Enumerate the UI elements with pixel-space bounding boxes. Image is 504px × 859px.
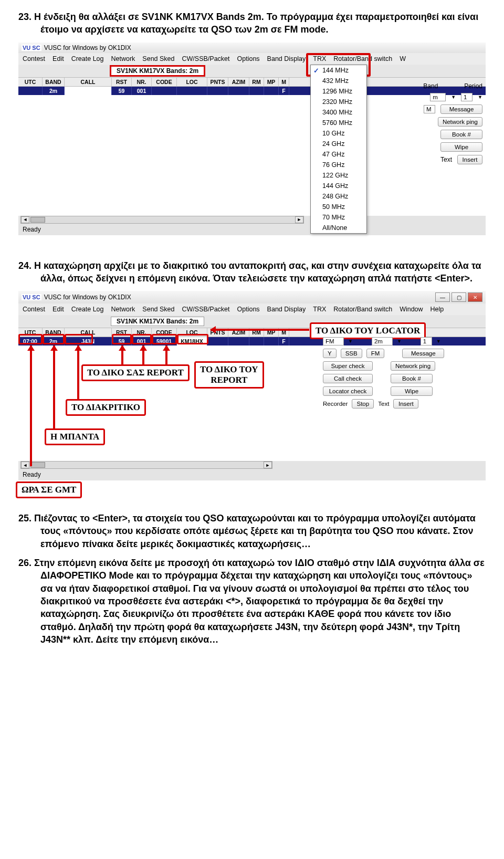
btn-locator-check[interactable]: Locator check: [323, 386, 373, 396]
btn-stop[interactable]: Stop: [352, 399, 374, 408]
scroll-left-icon[interactable]: ◄: [21, 462, 29, 468]
btn-network-ping[interactable]: Network ping: [391, 361, 435, 371]
cell-rst[interactable]: 59: [112, 87, 132, 95]
chevron-down-icon[interactable]: ▼: [436, 339, 441, 344]
dd-144mhz[interactable]: 144 MHz: [311, 65, 366, 76]
dd-3400mhz[interactable]: 3400 MHz: [311, 107, 366, 118]
dd-47ghz[interactable]: 47 GHz: [311, 149, 366, 160]
dd-122ghz[interactable]: 122 GHz: [311, 170, 366, 181]
sel-2m[interactable]: 2m: [372, 337, 393, 345]
menu-network[interactable]: Network: [111, 55, 135, 62]
bands-badge: SV1NK KM17VX Bands: 2m: [111, 317, 204, 326]
menu-window[interactable]: Window: [400, 306, 423, 313]
dd-70mhz[interactable]: 70 MHz: [311, 212, 366, 223]
cell-call[interactable]: J43N: [65, 337, 112, 345]
menu-trx[interactable]: TRX: [313, 306, 326, 313]
btn-insert[interactable]: Insert: [393, 399, 418, 408]
menu-cut[interactable]: W: [400, 55, 406, 62]
cell-utc[interactable]: 07:00: [18, 337, 43, 345]
menu-edit[interactable]: Edit: [52, 306, 64, 313]
arrow-my-report-2: [142, 345, 144, 364]
menu-band-display[interactable]: Band Display: [267, 55, 306, 62]
btn-book[interactable]: Book #: [440, 130, 482, 139]
cell-nr[interactable]: 001: [132, 87, 152, 95]
btn-wipe[interactable]: Wipe: [440, 142, 482, 152]
chevron-down-icon[interactable]: ▼: [478, 95, 482, 100]
menu-help[interactable]: Help: [430, 306, 444, 313]
cell-code[interactable]: [152, 87, 177, 95]
sel-m[interactable]: m: [430, 93, 446, 101]
paragraph-23: 23. Η ένδειξη θα αλλάξει σε SV1NK KM17VX…: [18, 11, 486, 36]
col-call: CALL: [65, 328, 112, 337]
sel-fm[interactable]: FM: [323, 337, 344, 345]
chevron-down-icon[interactable]: ▼: [451, 95, 456, 100]
btn-super-check[interactable]: Super check: [323, 361, 373, 371]
menu-send-sked[interactable]: Send Sked: [142, 55, 174, 62]
dd-5760mhz[interactable]: 5760 MHz: [311, 118, 366, 128]
cell-band[interactable]: 2m: [43, 87, 65, 95]
btn-ssb[interactable]: SSB: [341, 349, 362, 358]
btn-message[interactable]: Message: [402, 349, 444, 358]
cell-nr[interactable]: 001: [132, 337, 152, 345]
maximize-icon[interactable]: ▢: [452, 292, 466, 302]
dd-50mhz[interactable]: 50 MHz: [311, 202, 366, 212]
dd-248ghz[interactable]: 248 GHz: [311, 191, 366, 202]
chevron-down-icon[interactable]: ▼: [397, 339, 402, 344]
lbl-recorder: Recorder: [323, 401, 348, 407]
menu-band-display[interactable]: Band Display: [267, 306, 306, 313]
menu-rotator[interactable]: Rotator/Band switch: [333, 55, 392, 62]
menu-rotator[interactable]: Rotator/Band switch: [333, 306, 392, 313]
menu-send-sked[interactable]: Send Sked: [142, 306, 174, 313]
dd-432mhz[interactable]: 432 MHz: [311, 76, 366, 86]
menu-create-log[interactable]: Create Log: [71, 306, 104, 313]
minimize-icon[interactable]: —: [435, 292, 450, 302]
chevron-down-icon[interactable]: ▼: [348, 339, 353, 344]
cell-code[interactable]: 59001: [152, 337, 177, 345]
btn-message[interactable]: Message: [440, 104, 482, 114]
menu-trx[interactable]: TRX: [313, 55, 326, 62]
dd-76ghz[interactable]: 76 GHz: [311, 160, 366, 170]
scrollbar[interactable]: ◄ ►: [20, 216, 304, 224]
cell-band[interactable]: 2m: [43, 337, 65, 345]
close-icon[interactable]: ✕: [468, 292, 482, 302]
sel-1[interactable]: 1: [421, 337, 432, 345]
cell-call[interactable]: [65, 87, 112, 95]
menu-cw-ssb-packet[interactable]: CW/SSB/Packet: [182, 306, 230, 313]
btn-y[interactable]: Y: [323, 349, 337, 358]
btn-wipe[interactable]: Wipe: [391, 386, 433, 396]
menu-create-log[interactable]: Create Log: [71, 55, 104, 62]
dd-2320mhz[interactable]: 2320 MHz: [311, 97, 366, 107]
menu-options[interactable]: Options: [237, 306, 260, 313]
scroll-right-icon[interactable]: ►: [295, 216, 303, 223]
menu-contest[interactable]: Contest: [23, 306, 45, 313]
dd-10ghz[interactable]: 10 GHz: [311, 128, 366, 139]
scroll-left-icon[interactable]: ◄: [21, 216, 29, 223]
dd-24ghz[interactable]: 24 GHz: [311, 139, 366, 149]
btn-fm[interactable]: FM: [366, 349, 385, 358]
band-display-dropdown[interactable]: 144 MHz 432 MHz 1296 MHz 2320 MHz 3400 M…: [310, 65, 367, 234]
dd-1296mhz[interactable]: 1296 MHz: [311, 86, 366, 97]
scroll-thumb[interactable]: [30, 462, 45, 468]
btn-book[interactable]: Book #: [391, 374, 433, 383]
app-logo: VU SC: [22, 45, 41, 51]
menu-network[interactable]: Network: [111, 306, 135, 313]
sel-1[interactable]: 1: [461, 93, 472, 101]
scroll-thumb[interactable]: [30, 217, 45, 223]
dd-allnone[interactable]: All/None: [311, 223, 366, 233]
dd-144ghz[interactable]: 144 GHz: [311, 181, 366, 191]
btn-network-ping[interactable]: Network ping: [438, 117, 482, 127]
scrollbar[interactable]: ◄ ►: [20, 461, 272, 469]
cell-utc[interactable]: [18, 87, 43, 95]
btn-insert[interactable]: Insert: [457, 155, 482, 164]
scroll-right-icon[interactable]: ►: [264, 462, 272, 468]
cell-loc[interactable]: [177, 87, 207, 95]
btn-call-check[interactable]: Call check: [323, 374, 373, 383]
cell-rst[interactable]: 59: [112, 337, 132, 345]
lbl-band: Band: [423, 82, 438, 90]
cell-loc[interactable]: KM18HX: [177, 337, 207, 345]
menu-edit[interactable]: Edit: [52, 55, 64, 62]
menu-options[interactable]: Options: [237, 55, 260, 62]
sel-msg[interactable]: M: [424, 105, 435, 113]
menu-contest[interactable]: Contest: [23, 55, 45, 62]
menu-cw-ssb-packet[interactable]: CW/SSB/Packet: [182, 55, 230, 62]
